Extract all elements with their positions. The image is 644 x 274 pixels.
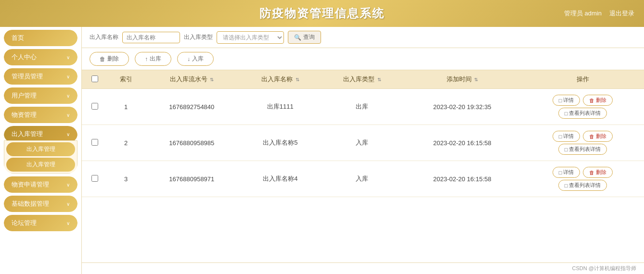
trash-icon: 🗑	[589, 170, 594, 175]
outbound-button[interactable]: ↑ 出库	[135, 52, 171, 66]
row-action-group: □ 详情 🗑 删除 □ 查看列表详情	[525, 95, 640, 119]
sidebar-basedata-label[interactable]: 基础数据管理 ∨	[4, 196, 77, 212]
sidebar-item-inout-manage[interactable]: 出入库管理	[6, 142, 75, 156]
sort-type-icon[interactable]: ⇅	[377, 77, 381, 82]
inbound-button[interactable]: ↓ 入库	[177, 52, 214, 66]
sidebar-item-user[interactable]: 用户管理 ∨	[4, 87, 77, 104]
row-select-checkbox[interactable]	[91, 139, 98, 146]
col-type: 出入库类型 ⇅	[321, 70, 403, 89]
sidebar-apply-label[interactable]: 物资申请管理 ∨	[4, 176, 77, 193]
row-time: 2023-02-20 19:32:35	[403, 89, 521, 125]
col-serial: 出入库流水号 ⇅	[144, 70, 239, 89]
type-search-label: 出入库类型	[184, 33, 213, 41]
sidebar: 首页 个人中心 ∨ 管理员管理 ∨ 用户管理 ∨	[0, 27, 82, 274]
row-checkbox	[82, 161, 108, 197]
row-select-checkbox[interactable]	[91, 103, 98, 110]
list-icon: □	[565, 111, 568, 116]
search-button[interactable]: 🔍 查询	[288, 31, 321, 44]
table-header-row: 索引 出入库流水号 ⇅ 出入库名称 ⇅ 出入库类型 ⇅	[82, 70, 644, 89]
sidebar-inout-submenu: 出入库管理 出入库管理	[4, 140, 77, 174]
row-checkbox	[82, 125, 108, 161]
table-row: 2 1676880958985 出入库名称5 入库 2023-02-20 16:…	[82, 125, 644, 161]
sidebar-forum-label[interactable]: 论坛管理 ∨	[4, 215, 77, 231]
sidebar-item-admin[interactable]: 管理员管理 ∨	[4, 68, 77, 85]
row-select-checkbox[interactable]	[91, 175, 98, 182]
row-actions: □ 详情 🗑 删除 □ 查看列表详情	[521, 89, 644, 125]
app-title: 防疫物资管理信息系统	[259, 6, 385, 21]
sidebar-item-inout-record[interactable]: 出入库管理	[6, 158, 75, 172]
chevron-down-icon: ∨	[66, 221, 70, 226]
sidebar-item-personal[interactable]: 个人中心 ∨	[4, 49, 77, 65]
list-icon: □	[565, 183, 568, 188]
sidebar-admin-label[interactable]: 管理员管理 ∨	[4, 68, 77, 85]
row-actions: □ 详情 🗑 删除 □ 查看列表详情	[521, 125, 644, 161]
chevron-down-icon: ∨	[66, 132, 70, 137]
delete-button[interactable]: 🗑 删除	[90, 52, 129, 66]
list-detail-button[interactable]: □ 查看列表详情	[558, 180, 607, 191]
row-delete-button[interactable]: 🗑 删除	[583, 131, 613, 142]
trash-icon: 🗑	[589, 134, 594, 139]
row-index: 2	[108, 125, 144, 161]
admin-label: 管理员 admin	[564, 9, 602, 18]
chevron-down-icon: ∨	[66, 112, 70, 118]
row-index: 3	[108, 161, 144, 197]
sidebar-item-forum[interactable]: 论坛管理 ∨	[4, 215, 77, 231]
sidebar-item-inout[interactable]: 出入库管理 ∨ 出入库管理 出入库管理	[4, 126, 77, 174]
sidebar-item-basedata[interactable]: 基础数据管理 ∨	[4, 196, 77, 212]
row-serial: 1676880958971	[144, 161, 239, 197]
list-detail-button[interactable]: □ 查看列表详情	[558, 108, 607, 119]
sidebar-material-label[interactable]: 物资管理 ∨	[4, 107, 77, 123]
detail-button[interactable]: □ 详情	[553, 167, 580, 178]
inbound-icon: ↓	[187, 56, 190, 62]
sidebar-inout-label[interactable]: 出入库管理 ∨	[4, 126, 77, 142]
row-type: 入库	[321, 161, 403, 197]
detail-icon: □	[559, 170, 562, 175]
sidebar-item-material[interactable]: 物资管理 ∨	[4, 107, 77, 123]
detail-icon: □	[559, 98, 562, 103]
trash-icon: 🗑	[589, 98, 594, 103]
sidebar-user-label[interactable]: 用户管理 ∨	[4, 87, 77, 104]
chevron-down-icon: ∨	[66, 201, 70, 207]
row-name: 出入库名称5	[239, 125, 321, 161]
name-search-input[interactable]	[122, 32, 180, 43]
sidebar-personal-label[interactable]: 个人中心 ∨	[4, 49, 77, 65]
row-serial: 1676892754840	[144, 89, 239, 125]
row-serial: 1676880958985	[144, 125, 239, 161]
select-all-checkbox[interactable]	[91, 75, 98, 82]
detail-button[interactable]: □ 详情	[553, 131, 580, 142]
sidebar-home-label[interactable]: 首页	[4, 30, 77, 46]
row-action-group: □ 详情 🗑 删除 □ 查看列表详情	[525, 167, 640, 191]
data-table: 索引 出入库流水号 ⇅ 出入库名称 ⇅ 出入库类型 ⇅	[82, 70, 644, 197]
action-bar: 🗑 删除 ↑ 出库 ↓ 入库	[82, 48, 644, 70]
row-actions: □ 详情 🗑 删除 □ 查看列表详情	[521, 161, 644, 197]
sidebar-item-apply[interactable]: 物资申请管理 ∨	[4, 176, 77, 193]
row-top-actions: □ 详情 🗑 删除	[553, 167, 613, 178]
row-delete-button[interactable]: 🗑 删除	[583, 167, 613, 178]
table-row: 3 1676880958971 出入库名称4 入库 2023-02-20 16:…	[82, 161, 644, 197]
list-detail-button[interactable]: □ 查看列表详情	[558, 144, 607, 155]
delete-icon: 🗑	[100, 56, 105, 62]
chevron-down-icon: ∨	[66, 182, 70, 187]
outbound-icon: ↑	[145, 56, 148, 62]
sidebar-item-home[interactable]: 首页	[4, 30, 77, 46]
sort-name-icon[interactable]: ⇅	[296, 77, 299, 82]
detail-button[interactable]: □ 详情	[553, 95, 580, 106]
sort-serial-icon[interactable]: ⇅	[210, 77, 214, 82]
type-search-select[interactable]: 请选择出入库类型 出库 入库	[217, 31, 284, 44]
row-delete-button[interactable]: 🗑 删除	[583, 95, 613, 106]
row-time: 2023-02-20 16:15:58	[403, 125, 521, 161]
header-right: 管理员 admin 退出登录	[564, 9, 634, 18]
chevron-down-icon: ∨	[66, 93, 70, 99]
row-type: 出库	[321, 89, 403, 125]
sort-time-icon[interactable]: ⇅	[474, 77, 478, 82]
row-action-group: □ 详情 🗑 删除 □ 查看列表详情	[525, 131, 640, 155]
row-index: 1	[108, 89, 144, 125]
row-name: 出库1111	[239, 89, 321, 125]
logout-button[interactable]: 退出登录	[609, 9, 634, 18]
list-icon: □	[565, 147, 568, 152]
chevron-down-icon: ∨	[66, 74, 70, 79]
search-bar: 出入库名称 出入库类型 请选择出入库类型 出库 入库 🔍 查询	[82, 27, 644, 48]
main-content: 出入库名称 出入库类型 请选择出入库类型 出库 入库 🔍 查询 🗑 删除 ↑ 出…	[82, 27, 644, 274]
row-name: 出入库名称4	[239, 161, 321, 197]
watermark: CSDN @计算机编程指导师	[82, 262, 644, 274]
